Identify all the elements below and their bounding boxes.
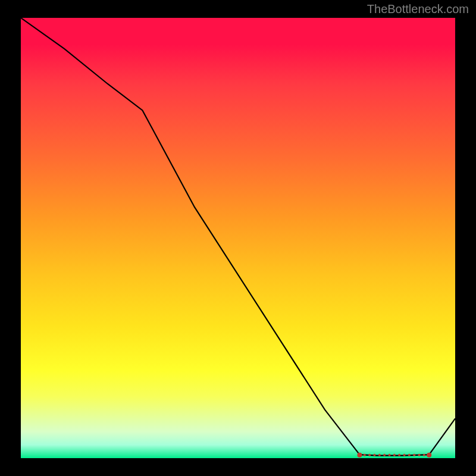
svg-point-10 — [403, 454, 406, 456]
chart-frame: TheBottleneck.com — [0, 0, 476, 476]
svg-point-14 — [423, 454, 425, 456]
svg-point-6 — [383, 454, 386, 456]
svg-point-0 — [357, 453, 362, 458]
svg-point-9 — [398, 454, 400, 456]
svg-point-5 — [378, 454, 381, 456]
svg-point-12 — [413, 454, 415, 456]
flat-segment-beads — [357, 453, 431, 458]
svg-point-11 — [408, 454, 411, 456]
svg-point-1 — [427, 453, 431, 458]
svg-point-8 — [393, 454, 396, 456]
line-svg — [21, 18, 455, 458]
svg-point-13 — [418, 454, 421, 456]
plot-area — [21, 18, 455, 458]
svg-point-3 — [368, 454, 371, 456]
svg-point-4 — [373, 454, 375, 456]
svg-point-7 — [389, 454, 391, 456]
watermark-text: TheBottleneck.com — [367, 2, 469, 16]
series-line — [21, 18, 455, 456]
svg-point-2 — [364, 454, 366, 456]
